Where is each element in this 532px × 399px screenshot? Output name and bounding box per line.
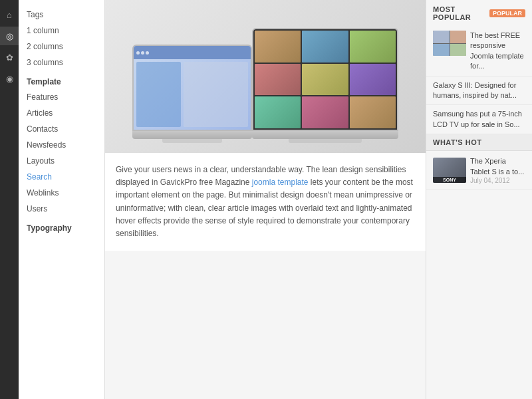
laptop-left (132, 45, 252, 131)
user-icon[interactable]: ◎ (0, 27, 19, 45)
text-content: Give your users news in a clear, underst… (105, 153, 426, 251)
popular-article-2: Galaxy S III: Designed for humans, inspi… (426, 76, 532, 106)
nav-sidebar: Tags 1 column 2 columns 3 columns Templa… (19, 0, 105, 399)
bell-icon[interactable]: ◉ (0, 69, 19, 88)
home-icon[interactable]: ⌂ (0, 5, 19, 24)
hot-article-text: The Xperia Tablet S is a to... (470, 156, 525, 177)
popular-article-1: The best FREE responsive Joomla template… (426, 27, 532, 76)
joomla-template-link[interactable]: joomla template (252, 178, 309, 187)
nav-item-3col[interactable]: 3 columns (19, 55, 104, 70)
popular-article-3: Samsung has put a 75-inch LCD TV up for … (426, 105, 532, 134)
template-section-title: Template (19, 70, 104, 89)
article-2-text: Galaxy S III: Designed for humans, inspi… (433, 80, 525, 101)
icon-sidebar: ⌂ ◎ ✿ ◉ (0, 0, 19, 399)
article-3-text: Samsung has put a 75-inch LCD TV up for … (433, 109, 525, 130)
nav-item-contacts[interactable]: Contacts (19, 121, 104, 137)
nav-item-users[interactable]: Users (19, 201, 104, 217)
nav-item-newsfeeds[interactable]: Newsfeeds (19, 137, 104, 153)
nav-item-articles[interactable]: Articles (19, 105, 104, 121)
hot-thumb-label: SONY (433, 177, 466, 183)
settings-icon[interactable]: ✿ (0, 48, 19, 66)
main-content: Give your users news in a clear, underst… (105, 0, 426, 399)
whats-hot-header: WHAT'S HOT (426, 134, 532, 151)
laptop-illustration (132, 10, 398, 143)
nav-item-search[interactable]: Search (19, 169, 104, 185)
nav-item-features[interactable]: Features (19, 89, 104, 105)
right-sidebar: MOST POPULAR POPULAR The best FREE respo… (426, 0, 532, 399)
most-popular-header: MOST POPULAR POPULAR (426, 0, 532, 27)
hot-article-date: July 04, 2012 (470, 177, 525, 184)
most-popular-title: MOST POPULAR (433, 5, 485, 21)
popular-badge: POPULAR (489, 9, 525, 17)
typography-section-title: Typography (19, 217, 104, 235)
laptop-right (252, 28, 398, 131)
hero-image (105, 0, 426, 153)
hot-thumb: SONY (433, 158, 466, 183)
hot-article-1: SONY The Xperia Tablet S is a to... July… (426, 151, 532, 190)
main-paragraph: Give your users news in a clear, underst… (116, 164, 415, 240)
nav-item-1col[interactable]: 1 column (19, 23, 104, 39)
nav-item-tags[interactable]: Tags (19, 7, 104, 23)
article-1-text: The best FREE responsive Joomla template… (470, 31, 525, 72)
nav-item-layouts[interactable]: Layouts (19, 153, 104, 169)
article-1-thumb (433, 31, 466, 56)
nav-item-2col[interactable]: 2 columns (19, 39, 104, 55)
nav-item-weblinks[interactable]: Weblinks (19, 185, 104, 201)
